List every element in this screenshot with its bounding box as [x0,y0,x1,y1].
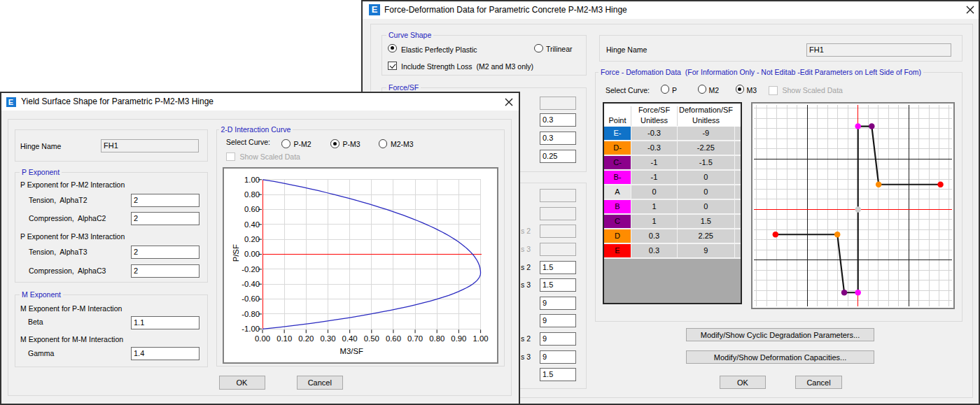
svg-text:0.40: 0.40 [244,220,260,229]
svg-text:-1.00: -1.00 [241,325,260,333]
svg-text:0.50: 0.50 [364,334,379,343]
svg-text:-0.80: -0.80 [241,310,260,318]
svg-text:0.20: 0.20 [244,235,260,243]
svg-text:0.10: 0.10 [276,334,292,343]
svg-text:0.00: 0.00 [244,250,260,258]
svg-text:1.00: 1.00 [472,334,488,343]
svg-text:0.90: 0.90 [451,334,466,343]
svg-text:-0.20: -0.20 [241,265,260,273]
svg-text:0.40: 0.40 [342,334,358,343]
svg-text:0.80: 0.80 [429,334,444,343]
svg-text:M3/SF: M3/SF [340,347,363,355]
svg-text:-0.60: -0.60 [241,294,260,303]
svg-text:-0.40: -0.40 [241,280,260,288]
svg-text:0.00: 0.00 [255,334,270,343]
svg-text:0.30: 0.30 [320,334,335,343]
svg-text:P/SF: P/SF [232,244,240,262]
svg-text:0.80: 0.80 [244,190,260,199]
svg-text:0.70: 0.70 [407,334,423,343]
svg-text:0.60: 0.60 [386,334,401,343]
svg-text:0.20: 0.20 [298,334,314,343]
svg-text:0.60: 0.60 [244,205,260,213]
svg-text:1.00: 1.00 [244,176,260,184]
